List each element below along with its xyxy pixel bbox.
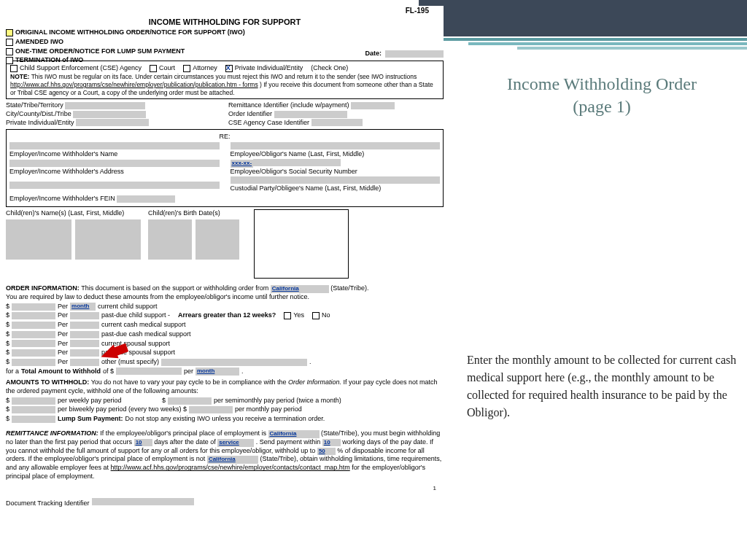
amt6[interactable] bbox=[12, 349, 55, 357]
order-label: Order Identifier bbox=[228, 110, 272, 117]
note-link[interactable]: http://www.acf.hhs.gov/programs/cse/newh… bbox=[10, 81, 258, 88]
tracking-label: Document Tracking Identifier bbox=[6, 499, 90, 507]
tracking-field[interactable] bbox=[92, 498, 194, 505]
amt2[interactable] bbox=[12, 312, 55, 319]
requestor-box: Child Support Enforcement (CSE) Agency C… bbox=[6, 61, 444, 100]
amt5[interactable] bbox=[12, 340, 55, 347]
obl-name-label: Employee/Obligor's Name (Last, First, Mi… bbox=[231, 150, 441, 159]
per4[interactable] bbox=[70, 331, 99, 338]
label-original: ORIGINAL INCOME WITHHOLDING ORDER/NOTICE… bbox=[15, 28, 245, 37]
label-onetime: ONE-TIME ORDER/NOTICE FOR LUMP SUM PAYME… bbox=[15, 47, 185, 56]
checkbox-attorney[interactable] bbox=[183, 65, 190, 72]
monthly-amt[interactable] bbox=[189, 406, 233, 413]
order-info-section: ORDER INFORMATION: This document is base… bbox=[6, 284, 444, 376]
order-state: California bbox=[271, 285, 329, 293]
amt7[interactable] bbox=[12, 359, 55, 366]
per7[interactable] bbox=[70, 359, 99, 366]
private-field[interactable] bbox=[76, 119, 149, 126]
arrears-no[interactable] bbox=[312, 312, 320, 319]
remit-days: 10 bbox=[134, 439, 152, 446]
order-state-suffix: (State/Tribe). bbox=[330, 284, 368, 292]
emp-addr2-field[interactable] bbox=[9, 182, 220, 189]
re-label: RE: bbox=[9, 133, 440, 141]
remit-label: REMITTANCE INFORMATION: bbox=[6, 429, 98, 437]
cse-label: CSE Agency Case Identifier bbox=[228, 119, 309, 126]
remit-field[interactable] bbox=[351, 102, 395, 109]
date-label: Date: bbox=[365, 50, 382, 58]
note-section: NOTE: This IWO must be regular on its fa… bbox=[10, 73, 439, 96]
semi-amt[interactable] bbox=[168, 397, 212, 405]
city-label: City/County/Dist./Tribe bbox=[6, 110, 71, 117]
other-field[interactable] bbox=[161, 359, 307, 366]
checkbox-termination[interactable] bbox=[6, 57, 13, 64]
side-title: Income Withholding Order (page 1) bbox=[467, 73, 737, 118]
order-field[interactable] bbox=[274, 111, 347, 118]
remit-state2: California bbox=[207, 456, 258, 464]
side-body: Enter the monthly amount to be collected… bbox=[467, 351, 737, 421]
obl-ssn-label: Employee/Obligor's Social Security Numbe… bbox=[231, 168, 441, 176]
per6[interactable] bbox=[70, 349, 99, 357]
children-section: Child(ren)'s Name(s) (Last, First, Middl… bbox=[6, 209, 444, 279]
top-decoration-bar bbox=[419, 0, 747, 36]
state-field[interactable] bbox=[65, 102, 145, 109]
per5[interactable] bbox=[70, 340, 99, 347]
remit-link[interactable]: http://www.acf.hhs.gov/programs/cse/newh… bbox=[111, 464, 350, 471]
note-label: NOTE: bbox=[10, 73, 29, 80]
date-field[interactable] bbox=[385, 50, 444, 58]
ssn-prefix: xxx-xx- bbox=[231, 160, 254, 168]
form-document: FL-195 INCOME WITHHOLDING FOR SUPPORT OR… bbox=[6, 6, 444, 508]
top-stripes bbox=[419, 36, 747, 51]
amounts-section: AMOUNTS TO WITHHOLD: You do not have to … bbox=[6, 378, 444, 423]
line2: past-due child support - bbox=[101, 311, 170, 320]
emp-fein-label: Employer/Income Withholder's FEIN bbox=[9, 195, 115, 202]
line1: current child support bbox=[98, 303, 158, 311]
checkbox-original[interactable] bbox=[6, 29, 13, 36]
checkbox-amended[interactable] bbox=[6, 39, 13, 46]
per3[interactable] bbox=[70, 322, 99, 329]
label-private: Private Individual/Entity bbox=[235, 64, 303, 73]
tracking-row: Document Tracking Identifier bbox=[6, 498, 444, 508]
city-field[interactable] bbox=[73, 111, 146, 118]
total-field[interactable] bbox=[116, 368, 182, 375]
child-name-block-1[interactable] bbox=[6, 219, 71, 260]
amt1[interactable] bbox=[12, 303, 55, 311]
total-per: month bbox=[196, 368, 239, 376]
checkbox-cse[interactable] bbox=[10, 65, 18, 72]
order-info-label: ORDER INFORMATION: bbox=[6, 284, 80, 292]
state-label: State/Tribe/Territory bbox=[6, 101, 63, 109]
arrears-q: Arrears greater than 12 weeks? bbox=[178, 311, 276, 320]
emp-addr-field[interactable] bbox=[9, 160, 220, 167]
row-original: ORIGINAL INCOME WITHHOLDING ORDER/NOTICE… bbox=[6, 28, 444, 37]
lump-amt[interactable] bbox=[12, 416, 55, 423]
weekly-amt[interactable] bbox=[12, 397, 55, 405]
obl-name-field[interactable] bbox=[231, 142, 441, 149]
per1: month bbox=[70, 303, 96, 311]
child-name-block-2[interactable] bbox=[75, 219, 141, 260]
per2[interactable] bbox=[70, 312, 99, 319]
re-box: RE: Employer/Income Withholder's Name Em… bbox=[6, 129, 444, 207]
cse-field[interactable] bbox=[311, 119, 363, 126]
line4: past-due cash medical support bbox=[101, 330, 191, 339]
amt4[interactable] bbox=[12, 331, 55, 338]
cust-name-field[interactable] bbox=[231, 176, 441, 184]
label-attorney: Attorney bbox=[193, 64, 217, 73]
page-number: 1 bbox=[6, 485, 444, 492]
label-cse: Child Support Enforcement (CSE) Agency bbox=[20, 64, 142, 73]
emp-name-field[interactable] bbox=[9, 142, 220, 149]
ssn-field[interactable] bbox=[253, 159, 341, 166]
child-date-block-2[interactable] bbox=[196, 219, 239, 260]
checkbox-onetime[interactable] bbox=[6, 48, 13, 55]
remit-service: service bbox=[217, 439, 254, 447]
checkbox-court[interactable] bbox=[150, 65, 157, 72]
remit-state1: California bbox=[268, 430, 320, 438]
amt3[interactable] bbox=[12, 322, 55, 329]
child-date-block-1[interactable] bbox=[148, 219, 192, 260]
fein-field[interactable] bbox=[117, 195, 175, 203]
emp-name-label: Employer/Income Withholder's Name bbox=[9, 150, 220, 159]
remit-percent: 50 bbox=[317, 448, 336, 455]
checkbox-private[interactable] bbox=[225, 65, 233, 72]
arrears-yes[interactable] bbox=[284, 312, 291, 319]
line3: current cash medical support bbox=[101, 321, 186, 330]
check-one: (Check One) bbox=[311, 64, 348, 73]
biweekly-amt[interactable] bbox=[12, 406, 55, 413]
